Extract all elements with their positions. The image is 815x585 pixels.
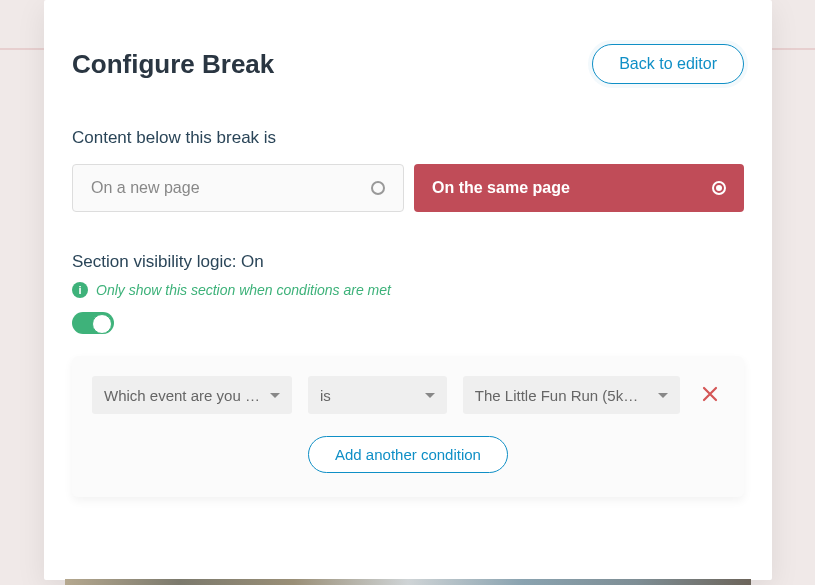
chevron-down-icon <box>270 393 280 398</box>
dropdown-value: The Little Fun Run (5k… <box>475 387 638 404</box>
visibility-heading: Section visibility logic: On <box>72 252 744 272</box>
configure-break-panel: Configure Break Back to editor Content b… <box>44 0 772 580</box>
condition-field-dropdown[interactable]: Which event are you jo… <box>92 376 292 414</box>
content-break-label: Content below this break is <box>72 128 744 148</box>
visibility-toggle[interactable] <box>72 312 114 334</box>
condition-operator-dropdown[interactable]: is <box>308 376 447 414</box>
conditions-card: Which event are you jo… is The Little Fu… <box>72 356 744 497</box>
close-icon <box>702 386 718 402</box>
back-to-editor-button[interactable]: Back to editor <box>592 44 744 84</box>
option-new-page[interactable]: On a new page <box>72 164 404 212</box>
chevron-down-icon <box>658 393 668 398</box>
add-condition-button[interactable]: Add another condition <box>308 436 508 473</box>
option-label: On a new page <box>91 179 200 197</box>
chevron-down-icon <box>425 393 435 398</box>
page-title: Configure Break <box>72 49 274 80</box>
condition-value-dropdown[interactable]: The Little Fun Run (5k… <box>463 376 680 414</box>
option-label: On the same page <box>432 179 570 197</box>
remove-condition-button[interactable] <box>696 382 724 408</box>
visibility-hint-text: Only show this section when conditions a… <box>96 282 391 298</box>
radio-icon <box>371 181 385 195</box>
option-same-page[interactable]: On the same page <box>414 164 744 212</box>
dropdown-value: Which event are you jo… <box>104 387 262 404</box>
info-icon: i <box>72 282 88 298</box>
background-image-strip <box>65 579 751 585</box>
visibility-hint: i Only show this section when conditions… <box>72 282 744 298</box>
panel-header: Configure Break Back to editor <box>72 44 744 84</box>
radio-icon <box>712 181 726 195</box>
page-mode-toggle: On a new page On the same page <box>72 164 744 212</box>
condition-row: Which event are you jo… is The Little Fu… <box>92 376 724 414</box>
dropdown-value: is <box>320 387 331 404</box>
